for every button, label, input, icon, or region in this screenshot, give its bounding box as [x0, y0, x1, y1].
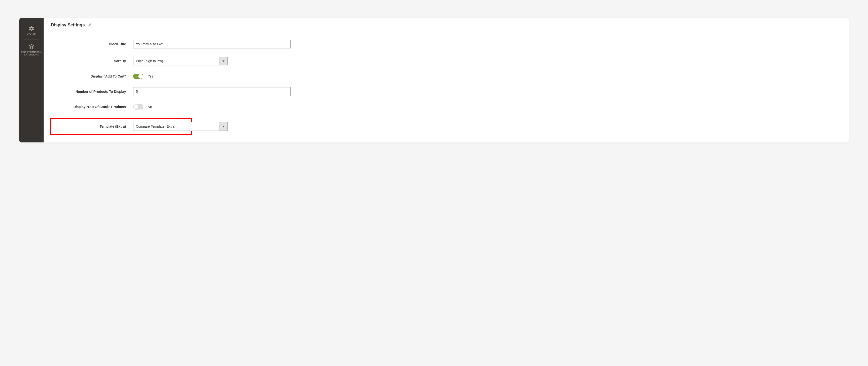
block-title-input[interactable]	[133, 40, 290, 49]
label-num-products: Number of Products To Display	[51, 90, 133, 93]
row-num-products: Number of Products To Display	[51, 87, 841, 96]
form-rows: Block Title Sort By Price (high to low)	[51, 40, 841, 135]
row-sort-by: Sort By Price (high to low)	[51, 57, 841, 65]
display-oos-toggle[interactable]	[133, 104, 144, 110]
label-template: Template (Extra)	[51, 124, 133, 128]
sidebar-item-partners[interactable]: FIND PARTNERS & EXTENSIONS	[20, 41, 43, 60]
sort-by-select[interactable]: Price (high to low)	[133, 57, 228, 65]
label-display-add-to-cart: Display "Add To Cart"	[51, 74, 133, 78]
gear-icon	[28, 25, 35, 32]
display-add-to-cart-toggle[interactable]	[133, 73, 144, 79]
row-template-highlighted: Template (Extra) Compare Template (Extra…	[50, 118, 192, 135]
label-block-title: Block Title	[51, 42, 133, 46]
sidebar-item-label: SYSTEM	[20, 33, 42, 36]
sort-by-value: Price (high to low)	[133, 57, 219, 65]
template-value: Compare Template (Extra)	[133, 122, 219, 130]
pencil-icon	[88, 23, 92, 26]
label-sort-by: Sort By	[51, 59, 133, 63]
display-add-to-cart-value: Yes	[148, 74, 153, 78]
toggle-knob	[138, 74, 143, 79]
blocks-icon	[28, 43, 35, 50]
admin-sidebar: SYSTEM FIND PARTNERS & EXTENSIONS	[20, 18, 43, 143]
row-block-title: Block Title	[51, 40, 841, 49]
content-area: Display Settings Block Title Sort By Pri…	[43, 18, 848, 143]
row-display-add-to-cart: Display "Add To Cart" Yes	[51, 73, 841, 79]
display-oos-value: No	[148, 105, 152, 109]
label-display-oos: Display "Out Of Stock" Products	[51, 105, 133, 109]
row-display-oos: Display "Out Of Stock" Products No	[51, 104, 841, 110]
template-select[interactable]: Compare Template (Extra)	[133, 122, 228, 131]
toggle-knob	[133, 104, 138, 109]
chevron-down-icon	[219, 122, 227, 130]
sidebar-item-system[interactable]: SYSTEM	[20, 23, 43, 39]
edit-section-button[interactable]	[88, 23, 92, 27]
section-title: Display Settings	[51, 23, 85, 28]
admin-panel: SYSTEM FIND PARTNERS & EXTENSIONS Displa…	[20, 18, 848, 143]
sidebar-divider	[24, 39, 39, 40]
chevron-down-icon	[219, 57, 227, 65]
section-header: Display Settings	[51, 23, 841, 28]
num-products-input[interactable]	[133, 87, 290, 96]
sidebar-item-label: FIND PARTNERS & EXTENSIONS	[20, 51, 42, 56]
